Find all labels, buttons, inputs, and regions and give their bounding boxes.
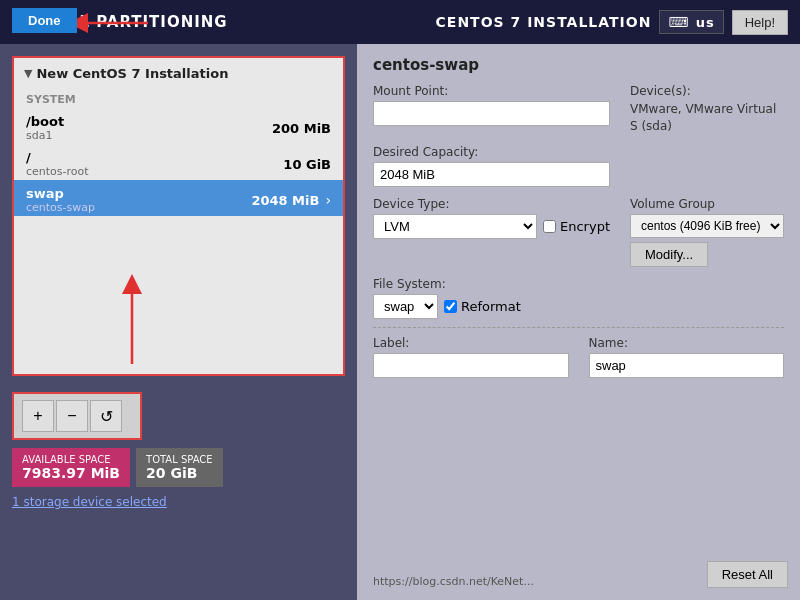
encrypt-row: Encrypt [543,219,610,234]
partition-size-boot: 200 MiB [272,121,331,136]
desired-capacity-label: Desired Capacity: [373,145,610,159]
mount-point-field: Mount Point: [373,84,610,135]
controls-row: + − ↺ [12,392,142,440]
name-field: Name: [589,336,785,378]
keyboard-input[interactable]: ⌨ us [659,10,723,34]
remove-partition-button[interactable]: − [56,400,88,432]
volume-group-row: centos (4096 KiB free) [630,214,784,238]
mount-point-input[interactable] [373,101,610,126]
partition-item-swap[interactable]: swap centos-swap 2048 MiB › [14,180,343,216]
partition-name-boot: /boot [26,114,64,129]
partition-right-swap: 2048 MiB › [251,192,331,208]
label-label: Label: [373,336,569,350]
form-grid: Mount Point: Device(s): VMware, VMware V… [373,84,784,319]
modify-device-button[interactable]: Modify... [630,242,708,267]
available-space-label: AVAILABLE SPACE [22,454,120,465]
help-button[interactable]: Help! [732,10,788,35]
available-space-box: AVAILABLE SPACE 7983.97 MiB [12,448,130,487]
left-panel: ▼ New CentOS 7 Installation SYSTEM /boot… [0,44,357,600]
file-system-field: File System: swap ext4 ext3 xfs vfat Ref… [373,277,610,319]
partition-device-swap: centos-swap [26,201,95,214]
refresh-button[interactable]: ↺ [90,400,122,432]
chevron-right-icon: › [325,192,331,208]
storage-device-link[interactable]: 1 storage device selected [12,495,345,509]
partition-name-swap: swap [26,186,95,201]
devices-label: Device(s): [630,84,784,98]
space-row: AVAILABLE SPACE 7983.97 MiB TOTAL SPACE … [12,448,345,487]
devices-value: VMware, VMware Virtual S (sda) [630,101,784,135]
header-right: CENTOS 7 INSTALLATION ⌨ us Help! [436,10,788,35]
tree-arrow-icon: ▼ [24,67,32,80]
partition-item-root[interactable]: / centos-root 10 GiB [14,144,343,180]
add-partition-button[interactable]: + [22,400,54,432]
partition-device-boot: sda1 [26,129,64,142]
file-system-row: swap ext4 ext3 xfs vfat Reformat [373,294,610,319]
volume-group-select[interactable]: centos (4096 KiB free) [630,214,784,238]
spacer-2 [630,277,784,319]
partition-device-root: centos-root [26,165,89,178]
partition-item-boot[interactable]: /boot sda1 200 MiB [14,108,343,144]
right-panel: centos-swap Mount Point: Device(s): VMwa… [357,44,800,600]
spacer-1 [630,145,784,187]
encrypt-label: Encrypt [560,219,610,234]
reset-all-button[interactable]: Reset All [707,561,788,588]
section-title: centos-swap [373,56,784,74]
reformat-checkbox[interactable] [444,300,457,313]
controls-container: + − ↺ [12,392,345,440]
reformat-label: Reformat [461,299,521,314]
label-name-row: Label: Name: [373,327,784,378]
name-input[interactable] [589,353,785,378]
url-bar: https://blog.csdn.net/KeNet... [373,575,534,588]
partition-name-root: / [26,150,89,165]
mount-point-label: Mount Point: [373,84,610,98]
reformat-row: Reformat [444,299,521,314]
device-type-label: Device Type: [373,197,610,211]
partition-size-root: 10 GiB [283,157,331,172]
main-content: ▼ New CentOS 7 Installation SYSTEM /boot… [0,44,800,600]
total-space-label: TOTAL SPACE [146,454,213,465]
total-space-value: 20 GiB [146,465,197,481]
device-type-row: LVM Standard Partition RAID LVM Thin Pro… [373,214,610,239]
volume-group-field: Volume Group centos (4096 KiB free) Modi… [630,197,784,267]
label-field: Label: [373,336,569,378]
partition-list-container: ▼ New CentOS 7 Installation SYSTEM /boot… [12,56,345,376]
device-type-field: Device Type: LVM Standard Partition RAID… [373,197,610,267]
done-button[interactable]: Done [12,8,77,33]
tree-title: New CentOS 7 Installation [36,66,228,81]
system-label: SYSTEM [14,89,343,108]
total-space-box: TOTAL SPACE 20 GiB [136,448,223,487]
keyboard-lang: us [696,15,715,30]
available-space-value: 7983.97 MiB [22,465,120,481]
encrypt-checkbox[interactable] [543,220,556,233]
file-system-select[interactable]: swap ext4 ext3 xfs vfat [373,294,438,319]
desired-capacity-input[interactable] [373,162,610,187]
desired-capacity-field: Desired Capacity: [373,145,610,187]
label-input[interactable] [373,353,569,378]
devices-field: Device(s): VMware, VMware Virtual S (sda… [630,84,784,135]
name-label: Name: [589,336,785,350]
file-system-label: File System: [373,277,610,291]
volume-group-label: Volume Group [630,197,784,211]
partition-size-swap: 2048 MiB [251,193,319,208]
partition-tree-header: ▼ New CentOS 7 Installation [14,58,343,89]
app-header: MANUAL PARTITIONING CENTOS 7 INSTALLATIO… [0,0,800,44]
keyboard-icon: ⌨ [668,14,689,30]
centos-install-title: CENTOS 7 INSTALLATION [436,14,652,30]
device-type-select[interactable]: LVM Standard Partition RAID LVM Thin Pro… [373,214,537,239]
